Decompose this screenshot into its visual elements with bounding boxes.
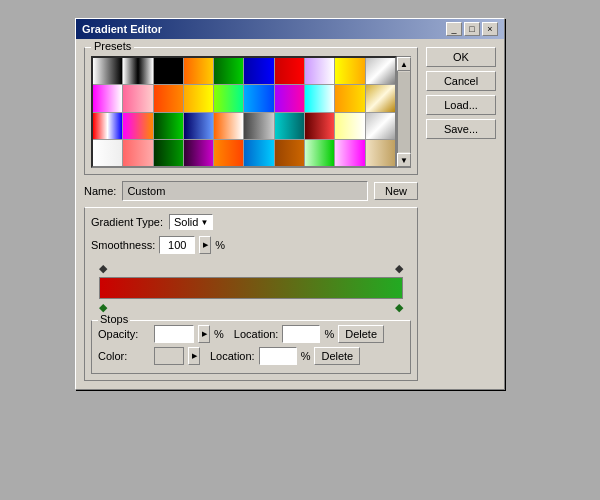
scroll-down-arrow[interactable]: ▼ [397, 153, 411, 167]
main-area: Presets ▲ ▼ Name: New [84, 47, 418, 381]
load-button[interactable]: Load... [426, 95, 496, 115]
opacity-location-input[interactable] [282, 325, 320, 343]
preset-cell[interactable] [305, 85, 334, 111]
preset-cell[interactable] [244, 113, 273, 139]
opacity-label: Opacity: [98, 328, 150, 340]
smoothness-row: Smoothness: ▶ % [91, 236, 411, 254]
presets-label: Presets [91, 40, 134, 52]
gradient-type-select[interactable]: Solid ▼ [169, 214, 213, 230]
opacity-spin[interactable]: ▶ [198, 325, 210, 343]
preset-cell[interactable] [335, 85, 364, 111]
maximize-button[interactable]: □ [464, 22, 480, 36]
smoothness-percent: % [215, 239, 225, 251]
stops-section: Stops Opacity: ▶ % Location: % Delete [91, 320, 411, 374]
preset-cell[interactable] [154, 140, 183, 166]
preset-cell[interactable] [93, 85, 122, 111]
presets-scrollbar: ▲ ▼ [397, 56, 411, 168]
close-button[interactable]: × [482, 22, 498, 36]
preset-cell[interactable] [275, 140, 304, 166]
preset-cell[interactable] [275, 113, 304, 139]
preset-cell[interactable] [335, 140, 364, 166]
preset-cell[interactable] [214, 58, 243, 84]
titlebar: Gradient Editor _ □ × [76, 19, 504, 39]
scroll-thumb[interactable] [398, 72, 410, 152]
gradient-bar[interactable] [99, 277, 403, 299]
gradient-editor-window: Gradient Editor _ □ × Presets ▲ [75, 18, 505, 390]
select-arrow-icon: ▼ [200, 218, 208, 227]
preset-cell[interactable] [305, 58, 334, 84]
preset-cell[interactable] [366, 85, 395, 111]
gradient-bar-area: ◆ ◆ ◆ ◆ [91, 262, 411, 314]
opacity-delete-button[interactable]: Delete [338, 325, 384, 343]
preset-cell[interactable] [275, 58, 304, 84]
preset-cell[interactable] [214, 85, 243, 111]
preset-cell[interactable] [214, 140, 243, 166]
preset-cell[interactable] [123, 113, 152, 139]
color-delete-button[interactable]: Delete [314, 347, 360, 365]
smoothness-input[interactable] [159, 236, 195, 254]
opacity-loc-percent: % [324, 328, 334, 340]
new-button[interactable]: New [374, 182, 418, 200]
color-label: Color: [98, 350, 150, 362]
opacity-stop-row: Opacity: ▶ % Location: % Delete [98, 325, 404, 343]
gradient-section: Gradient Type: Solid ▼ Smoothness: ▶ % [84, 207, 418, 381]
name-input[interactable] [122, 181, 368, 201]
preset-cell[interactable] [305, 140, 334, 166]
preset-cell[interactable] [244, 85, 273, 111]
preset-cell[interactable] [366, 140, 395, 166]
left-top-stop-icon[interactable]: ◆ [99, 262, 107, 275]
color-stop-row: Color: ▶ Location: % Delete [98, 347, 404, 365]
preset-cell[interactable] [184, 58, 213, 84]
presets-scroll: ▲ ▼ [91, 56, 411, 168]
side-buttons: OK Cancel Load... Save... [426, 47, 496, 381]
minimize-button[interactable]: _ [446, 22, 462, 36]
preset-cell[interactable] [123, 140, 152, 166]
preset-cell[interactable] [214, 113, 243, 139]
preset-cell[interactable] [93, 113, 122, 139]
scroll-up-arrow[interactable]: ▲ [397, 57, 411, 71]
ok-button[interactable]: OK [426, 47, 496, 67]
color-location-label: Location: [210, 350, 255, 362]
color-spin[interactable]: ▶ [188, 347, 200, 365]
gradient-type-value: Solid [174, 216, 198, 228]
right-top-stop-icon[interactable]: ◆ [395, 262, 403, 275]
gradient-type-label: Gradient Type: [91, 216, 163, 228]
stops-label: Stops [98, 313, 130, 325]
cancel-button[interactable]: Cancel [426, 71, 496, 91]
preset-cell[interactable] [184, 140, 213, 166]
smoothness-label: Smoothness: [91, 239, 155, 251]
color-location-input[interactable] [259, 347, 297, 365]
presets-group: Presets ▲ ▼ [84, 47, 418, 175]
save-button[interactable]: Save... [426, 119, 496, 139]
window-title: Gradient Editor [82, 23, 162, 35]
gradient-type-row: Gradient Type: Solid ▼ [91, 214, 411, 230]
opacity-percent: % [214, 328, 224, 340]
preset-cell[interactable] [335, 58, 364, 84]
preset-cell[interactable] [366, 113, 395, 139]
preset-cell[interactable] [93, 140, 122, 166]
preset-cell[interactable] [123, 85, 152, 111]
preset-cell[interactable] [305, 113, 334, 139]
color-swatch[interactable] [154, 347, 184, 365]
color-loc-percent: % [301, 350, 311, 362]
window-content: Presets ▲ ▼ Name: New [76, 39, 504, 389]
titlebar-buttons: _ □ × [446, 22, 498, 36]
preset-cell[interactable] [154, 113, 183, 139]
preset-cell[interactable] [366, 58, 395, 84]
preset-cell[interactable] [244, 58, 273, 84]
preset-cell[interactable] [123, 58, 152, 84]
preset-cell[interactable] [244, 140, 273, 166]
preset-cell[interactable] [184, 113, 213, 139]
opacity-input[interactable] [154, 325, 194, 343]
top-arrows: ◆ ◆ [99, 262, 403, 275]
preset-cell[interactable] [154, 58, 183, 84]
right-bottom-stop-icon[interactable]: ◆ [395, 301, 403, 314]
preset-cell[interactable] [184, 85, 213, 111]
presets-wrapper [91, 56, 397, 168]
preset-cell[interactable] [93, 58, 122, 84]
preset-cell[interactable] [154, 85, 183, 111]
preset-cell[interactable] [335, 113, 364, 139]
name-row: Name: New [84, 181, 418, 201]
smoothness-spin[interactable]: ▶ [199, 236, 211, 254]
preset-cell[interactable] [275, 85, 304, 111]
